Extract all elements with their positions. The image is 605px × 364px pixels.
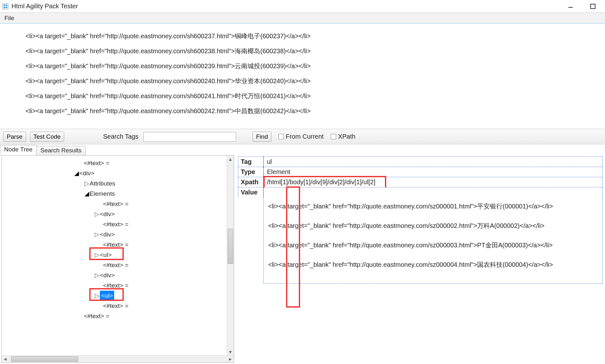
detail-value-line: <li><a target="_blank" href="http://quot… <box>268 201 598 212</box>
tree-node-label: <#text> = <box>103 280 129 291</box>
scroll-left-icon[interactable]: ◂ <box>2 356 9 362</box>
scrollbar-thumb[interactable] <box>11 356 78 362</box>
tree-node-label: <div> <box>100 229 114 240</box>
menu-file[interactable]: File <box>2 13 17 23</box>
tree-node-label: <#text> = <box>103 219 129 229</box>
expand-icon[interactable]: ▷ <box>95 209 99 219</box>
tree-node[interactable]: <#text> = <box>3 240 226 250</box>
xpath-label: XPath <box>338 133 355 140</box>
tree-node-label: <#text> = <box>103 260 129 270</box>
window-titlebar: Html Agility Pack Tester <box>0 0 605 13</box>
tree-node[interactable]: ▷<ul> <box>3 291 226 301</box>
tree-node[interactable]: <#text> = <box>3 301 226 311</box>
menubar: File <box>0 13 605 24</box>
minimize-icon[interactable] <box>565 1 576 11</box>
scroll-down-icon[interactable]: ▾ <box>227 348 234 355</box>
tree-node-label: Elements <box>90 189 115 199</box>
detail-value-body: <li><a target="_blank" href="http://quot… <box>263 197 602 284</box>
app-icon <box>2 3 9 10</box>
svg-rect-1 <box>4 4 5 6</box>
svg-rect-3 <box>4 7 5 8</box>
node-detail-pane: Tag ul Type Element Xpath /html[1]/body[… <box>235 155 605 364</box>
detail-value-line: <li><a target="_blank" href="http://quot… <box>268 221 598 231</box>
tree-node-label: <#text> = <box>103 240 129 250</box>
tree-node-label: <#text> = <box>103 301 129 311</box>
tree-node[interactable]: ▷<div> <box>3 270 226 280</box>
maximize-icon[interactable] <box>588 1 598 11</box>
html-source-area[interactable]: <li><a target="_blank" href="http://quot… <box>0 24 605 129</box>
detail-tag-label: Tag <box>238 157 263 167</box>
from-current-checkbox[interactable]: From Current <box>278 133 324 140</box>
tree-node[interactable]: <#text> = <box>3 260 226 270</box>
titlebar-left: Html Agility Pack Tester <box>2 3 78 10</box>
tree-node[interactable]: <#text> = <box>3 158 226 168</box>
tree-node[interactable]: ◢<div> <box>3 168 226 178</box>
tree-node-label: <#text> = <box>84 311 109 321</box>
node-tree-pane: <#text> =◢<div>▷Attributes◢Elements<#tex… <box>1 155 234 363</box>
tree-node-label: <div> <box>100 209 114 219</box>
detail-value-line: <li><a target="_blank" href="http://quot… <box>268 259 598 270</box>
checkbox-icon <box>331 134 336 139</box>
html-source-line: <li><a target="_blank" href="http://quot… <box>0 44 605 59</box>
find-button[interactable]: Find <box>253 132 271 142</box>
svg-rect-0 <box>3 4 8 9</box>
detail-xpath-label: Xpath <box>238 177 263 187</box>
tree-node-label: <div> <box>100 270 114 280</box>
from-current-label: From Current <box>286 133 324 140</box>
expand-icon[interactable]: ▷ <box>95 291 99 301</box>
expand-icon[interactable]: ▷ <box>95 229 99 240</box>
tree-node[interactable]: <#text> = <box>3 311 226 321</box>
scroll-right-icon[interactable]: ▸ <box>227 356 234 362</box>
tab-node-tree[interactable]: Node Tree <box>0 145 37 156</box>
collapse-icon[interactable]: ◢ <box>74 168 79 178</box>
tree-node[interactable]: ▷<div> <box>3 229 226 240</box>
expand-icon[interactable]: ▷ <box>85 178 89 189</box>
search-tags-input[interactable] <box>144 132 236 142</box>
tree-node-label: <div> <box>79 168 94 178</box>
svg-rect-6 <box>591 4 595 9</box>
tree-node[interactable]: ▷<ul> <box>3 250 226 260</box>
detail-value-label: Value <box>238 187 263 197</box>
html-source-line: <li><a target="_blank" href="http://quot… <box>0 74 605 89</box>
window-title: Html Agility Pack Tester <box>11 3 78 10</box>
html-source-line: <li><a target="_blank" href="http://quot… <box>0 29 605 44</box>
node-tree[interactable]: <#text> =◢<div>▷Attributes◢Elements<#tex… <box>3 158 226 354</box>
tree-node[interactable]: <#text> = <box>3 219 226 229</box>
vertical-scrollbar[interactable]: ▴ ▾ <box>227 156 234 355</box>
lower-split: <#text> =◢<div>▷Attributes◢Elements<#tex… <box>0 155 605 364</box>
scroll-up-icon[interactable]: ▴ <box>227 156 234 163</box>
tree-node[interactable]: <#text> = <box>3 199 226 209</box>
horizontal-scrollbar[interactable]: ◂ ▸ <box>2 355 234 362</box>
search-tags-label: Search Tags <box>103 133 138 140</box>
html-source-line: <li><a target="_blank" href="http://quot… <box>0 104 605 119</box>
detail-xpath-value: /html[1]/body[1]/div[9]/div[2]/div[1]/ul… <box>263 177 602 187</box>
scrollbar-thumb[interactable] <box>228 229 233 264</box>
expand-icon[interactable]: ▷ <box>95 250 99 260</box>
window-controls <box>565 1 604 11</box>
html-source-line: <li><a target="_blank" href="http://quot… <box>0 59 605 74</box>
collapse-icon[interactable]: ◢ <box>85 189 89 199</box>
tree-node-label: <#text> = <box>84 158 109 168</box>
detail-type-value: Element <box>263 167 602 177</box>
xpath-checkbox[interactable]: XPath <box>331 133 355 140</box>
detail-type-label: Type <box>238 167 263 177</box>
tree-node[interactable]: <#text> = <box>3 280 226 291</box>
test-code-button[interactable]: Test Code <box>30 132 64 142</box>
tree-node-label: <#text> = <box>103 199 129 209</box>
tree-node-label: <ul> <box>100 250 112 260</box>
checkbox-icon <box>278 134 284 139</box>
tab-search-results[interactable]: Search Results <box>36 146 86 156</box>
svg-rect-4 <box>6 7 7 8</box>
tabs-row: Node Tree Search Results <box>0 144 605 155</box>
parse-button[interactable]: Parse <box>3 132 26 142</box>
tree-node[interactable]: ◢Elements <box>3 189 226 199</box>
tree-node-label: Attributes <box>90 178 115 189</box>
tree-node[interactable]: ▷<div> <box>3 209 226 219</box>
detail-tag-value: ul <box>263 157 602 167</box>
svg-rect-2 <box>6 4 7 6</box>
toolbar: Parse Test Code Search Tags Find From Cu… <box>0 129 605 144</box>
detail-value-spacer <box>263 187 602 197</box>
tree-node[interactable]: ▷Attributes <box>3 178 226 189</box>
html-source-line: <li><a target="_blank" href="http://quot… <box>0 89 605 104</box>
expand-icon[interactable]: ▷ <box>95 270 99 280</box>
